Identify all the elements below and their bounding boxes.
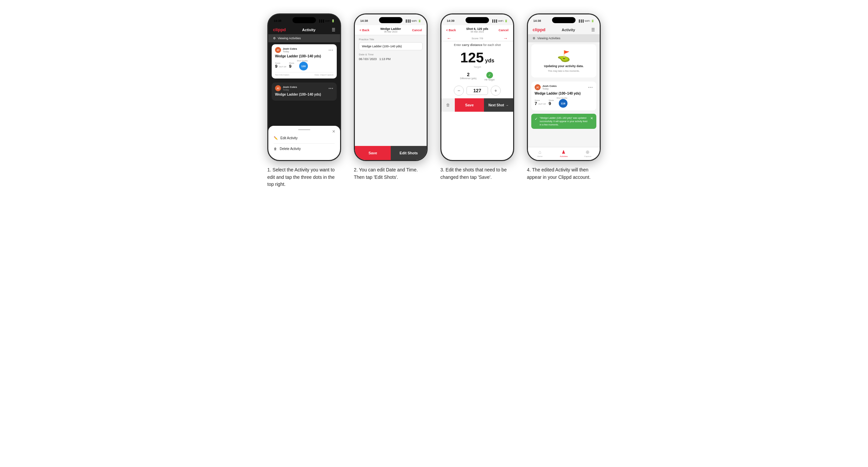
score-val-4: 7	[535, 101, 537, 106]
hit-target-circle: ✓	[486, 72, 493, 79]
app-header-1: clippd Activity ☰	[268, 25, 340, 34]
edit-activity-item[interactable]: ✏️ Edit Activity	[274, 133, 335, 143]
next-shot-btn[interactable]: Next Shot →	[484, 98, 513, 112]
status-icons-2: ▐▐▐ WiFi 🔋	[405, 20, 421, 23]
delete-activity-item[interactable]: 🗑 Delete Activity	[274, 144, 335, 153]
avatar-2: JC	[275, 85, 281, 91]
phone-col-1: 14:38 ▐▐▐ WiFi 🔋 clippd Activity ☰ ⚙ Vie…	[266, 13, 343, 188]
difference-stat: 2 Difference (yds)	[460, 72, 476, 81]
card-top-1: JC Josh Coles Today •••	[275, 47, 333, 53]
time-3: 14:39	[447, 19, 455, 23]
three-dots-4[interactable]: •••	[588, 85, 593, 89]
card-title-1: Wedge Ladder (100–140 yds)	[275, 54, 333, 58]
shots-group-1: Shots 9	[289, 62, 294, 68]
status-icons-1: ▐▐▐ WiFi 🔋	[318, 20, 335, 23]
card-user-1: JC Josh Coles Today	[275, 47, 297, 53]
save-shot-btn[interactable]: Save	[455, 98, 484, 112]
three-dots-1[interactable]: •••	[328, 48, 333, 52]
viewing-label-4: Viewing Activities	[537, 37, 560, 40]
check-icon: ✓	[488, 73, 491, 77]
date-mm: 03	[365, 57, 368, 61]
quality-badge-1: 130	[299, 62, 308, 70]
screen-3: 14:39 ▐▐▐ WiFi 🔋 < Back Shot 6, 125 yds …	[441, 14, 513, 160]
update-box: ⛳ Updating your activity data. This may …	[531, 44, 596, 77]
sheet-handle	[298, 129, 310, 130]
card-top-2: JC Josh Coles Today •••	[275, 85, 333, 91]
status-icons-3: ▐▐▐ WiFi 🔋	[491, 20, 508, 23]
back-btn-2[interactable]: < Back	[360, 29, 369, 32]
cancel-btn-3[interactable]: Cancel	[498, 29, 508, 32]
time-1: 14:38	[274, 19, 281, 23]
distance-num: 125	[460, 51, 484, 65]
description-3: 3. Edit the shots that need to be change…	[440, 166, 514, 181]
diff-val: 2	[467, 72, 470, 77]
card-title-2: Wedge Ladder (100–140 yds)	[275, 93, 333, 96]
toast-text: "Wedge Ladder (100–140 yds)" was updated…	[540, 117, 588, 126]
nav-center-2: Wedge Ladder 06 Mar 2023	[380, 27, 401, 33]
shot-nav: < Back Shot 6, 125 yds 06 Mar 2023 Cance…	[441, 25, 513, 35]
shot-input[interactable]: 127	[467, 86, 488, 95]
date-parts[interactable]: 06 / 03 / 2023	[359, 57, 377, 61]
phone-col-3: 14:39 ▐▐▐ WiFi 🔋 < Back Shot 6, 125 yds …	[439, 13, 516, 181]
shots-val-4: 9	[549, 101, 554, 106]
delete-shot-btn[interactable]: 🗑	[441, 98, 455, 112]
shot-actions: 🗑 Save Next Shot →	[441, 98, 513, 112]
menu-icon-4[interactable]: ☰	[591, 28, 595, 32]
distance-unit: yds	[485, 58, 494, 64]
shot-stats-row: 2 Difference (yds) ✓ Hit Target	[441, 70, 513, 83]
three-dots-2[interactable]: •••	[328, 86, 333, 90]
card-user-info-1: Josh Coles Today	[283, 47, 297, 53]
sheet-close[interactable]: ✕	[332, 129, 335, 134]
user-name-2: Josh Coles	[283, 86, 297, 89]
tab-activities[interactable]: ♟ Activities	[552, 149, 576, 157]
score-group-4: Score 7 OUT OF	[535, 99, 546, 106]
check-icon-toast: ✓	[535, 117, 538, 121]
carry-instruction: Enter carry distance for each shot	[441, 41, 513, 48]
next-shot-arrow[interactable]: →	[503, 36, 508, 41]
toast-close-btn[interactable]: ✕	[590, 117, 593, 120]
time-2: 14:38	[360, 19, 368, 23]
quality-badge-4: 118	[559, 99, 567, 108]
tab-activities-label: Activities	[560, 155, 568, 157]
score-group-1: Score 9 OUT OF	[275, 62, 286, 68]
decrement-btn[interactable]: −	[454, 86, 464, 96]
user-date-2: Today	[283, 89, 297, 91]
header-title-4: Activity	[562, 28, 575, 32]
viewing-label-1: Viewing Activities	[278, 37, 301, 40]
date-sep2: /	[369, 57, 370, 61]
update-sub: This may take a few moments.	[548, 70, 580, 72]
edit-shots-btn-2[interactable]: Edit Shots	[391, 146, 427, 160]
update-title: Updating your activity data.	[544, 64, 584, 68]
practice-title-input[interactable]: Wedge Ladder (100–140 yds)	[359, 42, 423, 50]
phone-2: 14:38 ▐▐▐ WiFi 🔋 < Back Wedge Ladder 06 …	[354, 13, 428, 161]
signal-icon: ▐▐▐	[318, 20, 324, 23]
wifi-icon-3: WiFi	[498, 20, 503, 23]
save-btn-2[interactable]: Save	[355, 146, 391, 160]
footer-left-1: Test Information	[275, 74, 289, 76]
increment-btn[interactable]: +	[491, 86, 501, 96]
dynamic-island-4	[552, 17, 576, 23]
card-user-info-4: Josh Coles Today	[542, 85, 557, 90]
nav-title-2: Wedge Ladder	[380, 27, 401, 31]
carry-bold: carry distance	[462, 43, 482, 46]
practice-title-label: Practice Title	[359, 38, 423, 41]
tab-capture[interactable]: ⊕ Capture	[576, 149, 600, 157]
back-btn-3[interactable]: < Back	[446, 29, 456, 32]
quality-group-1: Shot Quality 130	[297, 60, 308, 70]
screen-2: 14:38 ▐▐▐ WiFi 🔋 < Back Wedge Ladder 06 …	[355, 14, 427, 160]
phone-col-2: 14:38 ▐▐▐ WiFi 🔋 < Back Wedge Ladder 06 …	[352, 13, 429, 181]
user-date-1: Today	[283, 50, 297, 53]
sheet-divider	[274, 143, 335, 144]
tab-home[interactable]: ⌂ Home	[528, 149, 552, 157]
hit-target-label: Hit Target	[485, 79, 495, 81]
quality-group-4: Shot Quality 118	[556, 97, 567, 108]
menu-icon-1[interactable]: ☰	[332, 28, 335, 32]
activity-card-1: JC Josh Coles Today ••• Wedge Ladder (10…	[272, 44, 337, 79]
logo-1: clippd	[273, 27, 286, 32]
prev-shot-btn[interactable]: ←	[447, 36, 452, 41]
cancel-btn-2[interactable]: Cancel	[412, 29, 422, 32]
time-val[interactable]: 1:13 PM	[379, 57, 391, 61]
date-dd: 06	[359, 57, 362, 61]
dynamic-island-2	[379, 17, 402, 23]
phone-col-4: 14:38 ▐▐▐ WiFi 🔋 clippd Activity ☰ ⚙ Vie…	[525, 13, 602, 181]
